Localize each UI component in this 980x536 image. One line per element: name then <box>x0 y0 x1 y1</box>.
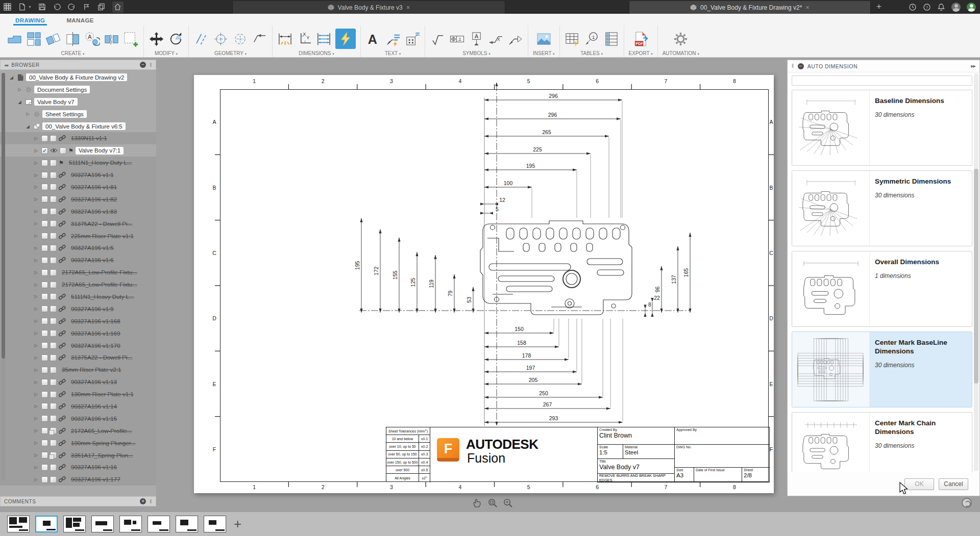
tree-item-label[interactable]: 90327A196 v1:15 <box>68 415 120 422</box>
sheet-tab-1[interactable] <box>7 516 30 532</box>
tree-row[interactable]: ▷90327A196 v1:13 <box>0 376 156 388</box>
datum-identifier-icon[interactable]: A <box>469 31 484 47</box>
visibility-checkbox[interactable] <box>41 318 48 324</box>
tree-item-label[interactable]: 90327A196 v1:170 <box>68 342 124 349</box>
collapsed-arrow-icon[interactable]: ▷ <box>33 404 39 409</box>
visibility-checkbox[interactable] <box>41 403 48 410</box>
visibility-checkbox[interactable] <box>41 135 48 142</box>
surface-texture-icon[interactable] <box>430 31 446 47</box>
table-icon[interactable] <box>565 31 580 47</box>
visibility-checkbox[interactable] <box>41 367 48 373</box>
collapsed-arrow-icon[interactable]: ▷ <box>33 453 39 457</box>
parts-list-icon[interactable] <box>603 31 619 47</box>
tree-row[interactable]: ▷90327A196 v1:83 <box>0 206 156 218</box>
card-partial[interactable] <box>792 75 972 86</box>
expanded-arrow-icon[interactable]: ◢ <box>16 99 23 105</box>
text-icon[interactable]: A <box>365 31 381 47</box>
collapsed-arrow-icon[interactable]: ▷ <box>33 270 39 275</box>
sheet-tab-2[interactable] <box>35 516 58 532</box>
profile-avatar[interactable] <box>967 3 976 12</box>
tree-item-label[interactable]: 90327A196 v1:169 <box>68 329 124 337</box>
visibility-checkbox[interactable] <box>41 427 48 434</box>
tree-item-label[interactable]: 90327A196 v1:168 <box>68 317 124 325</box>
collapsed-arrow-icon[interactable]: ▷ <box>33 234 39 238</box>
move-icon[interactable] <box>149 31 164 47</box>
tree-row[interactable]: ▷225mm Riser Plate v1:1 <box>0 230 156 242</box>
user-avatar[interactable] <box>951 3 961 12</box>
tree-item-label[interactable]: 2172A65_Low-Profile Fixtu... <box>59 269 140 276</box>
tree-row[interactable]: ▷2172A65_Low-Profile... <box>0 425 156 437</box>
center-mark-icon[interactable] <box>213 31 229 47</box>
gear-icon[interactable] <box>673 31 689 47</box>
pan-hand-icon[interactable] <box>472 498 483 508</box>
visibility-checkbox[interactable] <box>41 282 48 288</box>
edge-symbol-icon[interactable] <box>507 31 523 47</box>
tab-drawing[interactable]: DRAWING <box>13 17 47 25</box>
tree-item-label[interactable]: 5111N1_Heavy Duty L... <box>68 293 137 300</box>
tree-row[interactable]: ▷90327A196 v1:169 <box>0 327 156 340</box>
collapsed-arrow-icon[interactable]: ▷ <box>33 392 39 397</box>
collapsed-arrow-icon[interactable]: ▷ <box>24 112 31 116</box>
add-comment-icon[interactable]: + <box>140 498 146 504</box>
collapsed-arrow-icon[interactable]: ▷ <box>33 331 39 336</box>
document-tab-1[interactable]: Valve Body & Fixture v3 × <box>232 1 505 14</box>
collapsed-arrow-icon[interactable]: ▷ <box>33 246 39 250</box>
cancel-button[interactable]: Cancel <box>939 478 968 490</box>
sheet-tab-6[interactable] <box>148 516 170 532</box>
auto-dim-card-1[interactable]: Symmetric Dimensions30 dimensions <box>792 170 972 246</box>
visibility-checkbox[interactable] <box>41 476 48 483</box>
visibility-checkbox[interactable] <box>41 464 48 471</box>
collapsed-arrow-icon[interactable]: ▷ <box>33 319 39 323</box>
tree-row[interactable]: ▷Document Settings <box>0 84 156 96</box>
collapsed-arrow-icon[interactable]: ▷ <box>33 294 39 299</box>
visibility-checkbox[interactable] <box>41 452 48 458</box>
collapsed-arrow-icon[interactable]: ▷ <box>33 258 39 263</box>
close-icon[interactable]: × <box>805 4 810 11</box>
collapsed-arrow-icon[interactable]: ▷ <box>33 221 39 226</box>
leader-text-icon[interactable] <box>385 31 401 47</box>
tree-row[interactable]: ▷31375A22 - Dowell Pi... <box>0 351 156 364</box>
tree-row[interactable]: ▷2172A65_Low-Profile Fixtu... <box>0 266 156 278</box>
tree-item-label[interactable]: 00_Valve Body & Fixture v6:5 <box>42 122 126 130</box>
collapsed-arrow-icon[interactable]: ▷ <box>33 368 39 372</box>
tree-item-label[interactable]: 90327A196 v1:9 <box>68 305 117 313</box>
tree-row[interactable]: ▷130mm Riser Plate v1:1 <box>0 388 156 400</box>
visibility-checkbox[interactable] <box>41 415 48 422</box>
note-frame-icon[interactable] <box>404 31 420 47</box>
collapsed-arrow-icon[interactable]: ▷ <box>33 197 39 201</box>
collapsed-arrow-icon[interactable]: ▷ <box>33 465 39 470</box>
tree-item-label[interactable]: 5111N1_Heavy Duty L... <box>66 159 135 167</box>
visibility-checkbox[interactable] <box>41 391 48 398</box>
projected-view-icon[interactable] <box>26 31 42 47</box>
tree-row[interactable]: ▷90327A196 v1:6 <box>0 254 156 266</box>
home-icon[interactable] <box>112 2 124 13</box>
collapsed-arrow-icon[interactable]: ▷ <box>33 416 39 421</box>
tree-item-label[interactable]: 31375A22 - Dowell Pi... <box>68 354 135 362</box>
collapsed-arrow-icon[interactable]: ▷ <box>33 136 39 141</box>
tree-item-label[interactable]: 90327A196 v1:5 <box>68 244 117 252</box>
file-menu-caret-icon[interactable]: ▼ <box>28 5 32 9</box>
insert-image-icon[interactable] <box>536 31 552 47</box>
feature-control-frame-icon[interactable]: .1 <box>449 31 465 47</box>
tree-row[interactable]: ▷90327A196 v1:168 <box>0 315 156 327</box>
balloon-icon[interactable]: 1 <box>584 31 600 47</box>
visibility-checkbox[interactable] <box>41 233 48 239</box>
expanded-arrow-icon[interactable]: ◢ <box>8 75 15 80</box>
new-sheet-icon[interactable] <box>123 31 139 47</box>
collapsed-arrow-icon[interactable]: ▷ <box>16 87 23 92</box>
close-icon[interactable]: × <box>406 4 410 11</box>
save-icon[interactable] <box>38 3 46 11</box>
redo-icon[interactable] <box>68 3 76 11</box>
tree-item-label[interactable]: 3351A17_Spring Plun... <box>68 451 136 459</box>
export-pdf-icon[interactable]: PDF <box>633 31 649 47</box>
tree-row[interactable]: ◢00_Valve Body & Fixture v6:5 <box>0 120 156 133</box>
tree-item-label[interactable]: 90327A196 v1:177 <box>68 476 124 483</box>
rotate-icon[interactable] <box>168 31 184 47</box>
tree-row[interactable]: ▷90327A196 v1:82 <box>0 193 156 206</box>
collapsed-arrow-icon[interactable]: ▷ <box>33 148 39 153</box>
tree-item-label[interactable]: 35mm Riser Plate v2:1 <box>59 366 124 374</box>
tree-row[interactable]: ▷35mm Riser Plate v2:1 <box>0 364 156 376</box>
collapsed-arrow-icon[interactable]: ▷ <box>33 380 39 385</box>
visibility-checkbox[interactable] <box>41 257 48 264</box>
visibility-checkbox[interactable] <box>41 305 48 312</box>
